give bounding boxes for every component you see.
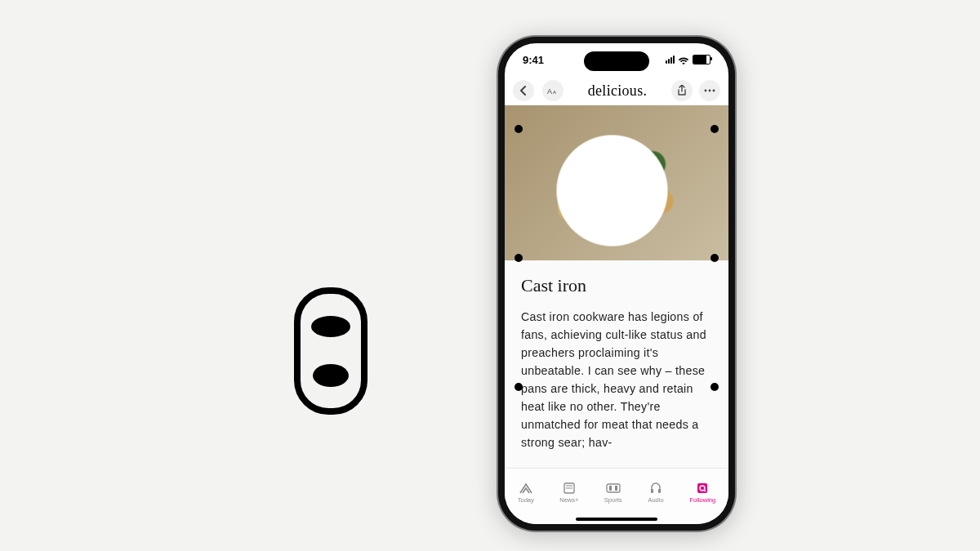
svg-point-5 <box>705 90 707 92</box>
ellipsis-icon <box>704 89 715 92</box>
audio-icon <box>648 482 664 495</box>
motion-cue-dot <box>514 254 523 262</box>
motion-cue-dot <box>514 383 523 391</box>
svg-rect-0 <box>297 291 364 411</box>
motion-cue-dot <box>710 125 719 133</box>
article-nav-bar: AA delicious. <box>505 76 728 105</box>
svg-point-1 <box>311 316 350 337</box>
share-button[interactable] <box>671 80 693 101</box>
more-button[interactable] <box>699 80 720 101</box>
svg-point-2 <box>313 364 349 387</box>
tab-label: News+ <box>559 496 578 504</box>
text-size-icon: AA <box>547 86 559 96</box>
motion-cue-dot <box>710 254 719 262</box>
tab-label: Today <box>518 496 534 504</box>
status-time: 9:41 <box>523 54 544 66</box>
article-paragraph: Cast iron cookware has legions of fans, … <box>521 308 712 451</box>
sports-icon <box>605 482 621 495</box>
tab-label: Audio <box>648 496 663 504</box>
svg-rect-11 <box>615 486 617 491</box>
cellular-signal-icon <box>666 56 675 64</box>
svg-rect-10 <box>609 486 612 491</box>
tab-label: Following <box>690 496 716 504</box>
tab-audio[interactable]: Audio <box>648 482 664 504</box>
phone-screen: 9:41 AA delicious. <box>505 43 728 524</box>
battery-icon <box>693 55 710 64</box>
car-top-view-icon <box>286 286 376 416</box>
dynamic-island <box>584 51 649 71</box>
article-heading: Cast iron <box>521 275 712 296</box>
tab-sports[interactable]: Sports <box>604 482 622 504</box>
stage: 9:41 AA delicious. <box>0 0 980 551</box>
svg-rect-12 <box>651 489 653 493</box>
motion-cue-dot <box>710 383 719 391</box>
text-size-button[interactable]: AA <box>542 80 564 101</box>
news-icon <box>518 482 534 495</box>
tab-newsplus[interactable]: News+ <box>559 482 578 504</box>
tab-bar: Today News+ Sports Audio Following <box>505 468 728 524</box>
wifi-icon <box>678 56 689 64</box>
phone-frame: 9:41 AA delicious. <box>498 37 735 531</box>
chevron-left-icon <box>519 86 528 96</box>
home-indicator[interactable] <box>576 518 657 521</box>
article-hero-image <box>505 105 728 260</box>
article-body[interactable]: Cast iron Cast iron cookware has legions… <box>505 260 728 477</box>
svg-rect-13 <box>658 489 661 493</box>
svg-point-6 <box>709 90 711 92</box>
motion-cue-dot <box>514 125 523 133</box>
share-icon <box>677 85 687 96</box>
svg-point-7 <box>713 90 715 92</box>
tab-today[interactable]: Today <box>518 482 534 504</box>
svg-rect-14 <box>697 483 707 493</box>
tab-label: Sports <box>604 496 622 504</box>
newsplus-icon <box>561 482 577 495</box>
svg-text:A: A <box>547 87 552 96</box>
svg-text:A: A <box>553 90 556 95</box>
following-icon <box>694 482 710 495</box>
tab-following[interactable]: Following <box>690 482 716 504</box>
publication-title: delicious. <box>572 82 663 100</box>
back-button[interactable] <box>513 80 534 101</box>
svg-rect-9 <box>607 484 620 492</box>
